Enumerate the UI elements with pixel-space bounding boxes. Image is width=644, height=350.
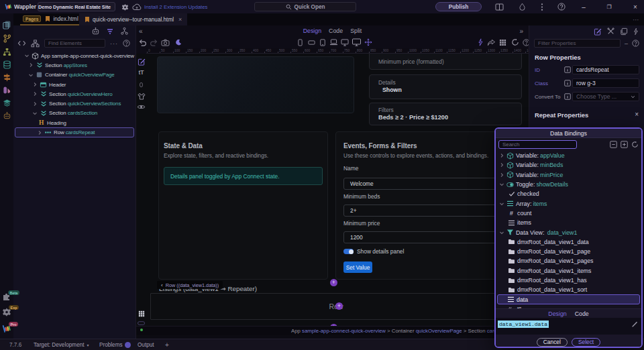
redo-icon[interactable] — [148, 36, 159, 48]
kebab-menu-icon[interactable] — [537, 0, 547, 13]
device-tablet-icon[interactable] — [317, 36, 328, 48]
share-export-icon[interactable] — [486, 36, 496, 48]
binding-dataview[interactable]: Data View: data_view1 — [496, 227, 641, 237]
docs-book-icon[interactable] — [494, 0, 504, 13]
flash-icon[interactable] — [475, 36, 486, 48]
id-label[interactable]: ID — [535, 67, 563, 73]
binding-folder-pages[interactable]: dmxRoot_data_view1_pages — [496, 256, 641, 266]
edit-properties-icon[interactable] — [594, 27, 602, 36]
expression-value[interactable]: data_view1.data — [498, 320, 549, 328]
tree-item-appstores[interactable]: Section appStores — [13, 60, 136, 70]
binding-items[interactable]: items — [496, 218, 641, 227]
responsive-move-icon[interactable] — [363, 36, 374, 48]
binding-folder-sort[interactable]: dmxRoot_data_view1_sort — [496, 285, 641, 294]
details-toggle[interactable] — [343, 249, 354, 254]
problems-button[interactable]: Problems — [99, 342, 123, 348]
expand-all-icon[interactable] — [621, 141, 628, 148]
window-close-button[interactable]: × — [630, 0, 641, 13]
binding-folder-data[interactable]: dmxRoot_data_view1_data — [496, 237, 641, 247]
tab-quick-overview[interactable]: quick-overview--tour-manual.html × — [79, 13, 187, 25]
help-icon[interactable] — [123, 40, 130, 47]
name-input[interactable]: Welcome — [343, 178, 508, 190]
tree-item-cardsrepeat[interactable]: Row cardsRepeat — [15, 127, 134, 137]
add-element-top-button[interactable]: + — [330, 279, 337, 286]
sitemap-icon[interactable] — [31, 40, 40, 48]
share-nodes-icon[interactable] — [120, 27, 129, 36]
hero-image-placeholder[interactable] — [157, 56, 354, 113]
binding-count[interactable]: # count — [496, 209, 641, 218]
convert-select[interactable]: Choose Type ... — [572, 92, 639, 101]
tree-item-hero[interactable]: Section quickOverviewHero — [13, 89, 136, 99]
expand-panel-icon[interactable]: » — [519, 27, 523, 35]
pages-badge[interactable]: Pages — [23, 15, 41, 22]
collapse-sections-icon[interactable]: – — [625, 40, 628, 47]
visibility-eye-icon[interactable] — [136, 102, 146, 111]
ai-assistant-icon[interactable] — [91, 27, 100, 36]
tree-item-heading[interactable]: H Heading — [13, 118, 136, 127]
refresh-bindings-icon[interactable] — [631, 141, 639, 148]
more-options-icon[interactable]: ··· — [110, 40, 118, 47]
binding-toggle-showdetails[interactable]: Toggle:showDetails — [496, 180, 641, 189]
add-panel-icon[interactable]: + — [165, 341, 169, 349]
binding-folder-items[interactable]: dmxRoot_data_view1_items — [496, 266, 641, 276]
theme-droplet-icon[interactable] — [517, 0, 527, 13]
binding-checked[interactable]: checked — [496, 189, 641, 198]
tree-item-header[interactable]: Header — [13, 80, 136, 89]
rail-ai-assistant-icon[interactable] — [2, 111, 11, 120]
grid-view-icon[interactable] — [136, 309, 146, 318]
device-laptop-icon[interactable] — [328, 36, 339, 48]
layers-stack-icon[interactable] — [620, 27, 628, 36]
project-selector[interactable]: Demo Dynamic Real Estate Site — [38, 2, 115, 11]
tab-design[interactable]: Design — [303, 27, 321, 34]
tree-item-app[interactable]: App sample-app-connect-quick-overview — [13, 51, 136, 60]
device-desktop-icon[interactable] — [339, 36, 350, 48]
rail-pages-icon[interactable] — [2, 20, 11, 30]
tab-code[interactable]: Code — [329, 27, 343, 34]
collapse-all-icon[interactable] — [610, 141, 617, 148]
add-element-center-button[interactable]: + — [335, 302, 343, 310]
rail-database-icon[interactable] — [2, 60, 11, 69]
publish-button[interactable]: Publish — [435, 2, 482, 11]
binding-array-items[interactable]: Array:items — [496, 198, 641, 208]
device-phone-icon[interactable] — [294, 36, 305, 48]
window-minimize-button[interactable]: – — [578, 0, 589, 13]
output-button[interactable]: Output — [138, 342, 154, 348]
rail-workflows-icon[interactable] — [2, 47, 11, 56]
dark-mode-moon-icon[interactable] — [173, 36, 184, 48]
binding-variable-minbeds[interactable]: Variable:minBeds — [496, 160, 641, 170]
tab-split[interactable]: Split — [350, 27, 362, 34]
repeater-selection-badge[interactable]: ‹ Row ((data_view1.data)) — [157, 281, 223, 289]
edit-mode-icon[interactable] — [136, 57, 146, 66]
props-help-icon[interactable] — [632, 40, 639, 47]
tab-close-icon[interactable]: × — [178, 16, 182, 23]
binding-folder-has[interactable]: dmxRoot_data_view1_has — [496, 276, 641, 285]
code-view-icon[interactable] — [17, 40, 26, 47]
tab-index-html[interactable]: Pages index.html — [20, 13, 82, 25]
bindings-search-input[interactable]: Search — [498, 140, 577, 149]
filter-list-icon[interactable] — [106, 27, 114, 36]
tree-item-cardssection[interactable]: Section cardsSection — [13, 109, 136, 118]
class-input[interactable]: row g-3 — [572, 78, 639, 88]
screenshot-camera-icon[interactable] — [160, 36, 170, 48]
cloud-upload-icon[interactable] — [131, 0, 142, 13]
help-icon[interactable] — [556, 0, 567, 13]
text-tool-icon[interactable]: tT — [136, 68, 146, 77]
rail-design-icon[interactable] — [2, 85, 11, 95]
cancel-button[interactable]: Cancel — [537, 338, 568, 347]
class-label[interactable]: Class — [535, 80, 563, 86]
tree-item-sections[interactable]: Section quickOverviewSections — [13, 99, 136, 108]
rail-git-icon[interactable] — [2, 34, 11, 43]
select-button[interactable]: Select — [572, 338, 600, 347]
beds-input[interactable]: 2+ — [343, 205, 508, 217]
find-elements-input[interactable]: Find Elements — [44, 39, 105, 48]
styles-tshirt-icon[interactable] — [136, 91, 146, 101]
rail-server-actions-icon[interactable] — [2, 72, 11, 82]
target-selector[interactable]: Target: Development▾ — [34, 342, 89, 348]
undo-icon[interactable] — [137, 36, 148, 48]
binding-data-selected[interactable]: data — [497, 294, 640, 304]
spacing-tool-icon[interactable] — [136, 80, 146, 89]
element-breadcrumb[interactable]: App sample-app-connect-quick-overview > … — [136, 326, 529, 335]
window-restore-button[interactable]: ❐ — [604, 0, 614, 13]
components-grid-icon[interactable] — [497, 36, 508, 48]
device-monitor-large-icon[interactable] — [351, 36, 362, 48]
